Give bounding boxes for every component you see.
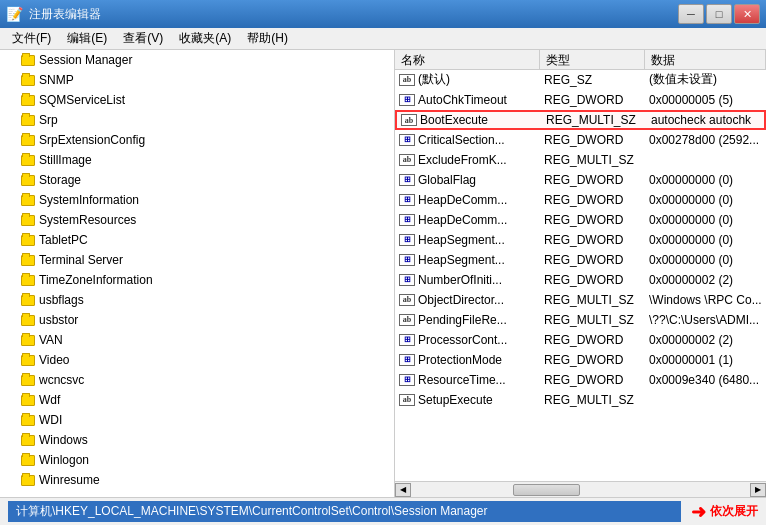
app-title: 注册表编辑器 bbox=[29, 6, 101, 23]
h-scroll-right[interactable]: ▶ bbox=[750, 483, 766, 497]
detail-row[interactable]: ⊞HeapDeComm...REG_DWORD0x00000000 (0) bbox=[395, 210, 766, 230]
detail-row[interactable]: ⊞HeapDeComm...REG_DWORD0x00000000 (0) bbox=[395, 190, 766, 210]
tree-item[interactable]: StillImage bbox=[0, 150, 394, 170]
tree-item[interactable]: SrpExtensionConfig bbox=[0, 130, 394, 150]
title-bar-controls: ─ □ ✕ bbox=[678, 4, 760, 24]
detail-row[interactable]: ⊞AutoChkTimeoutREG_DWORD0x00000005 (5) bbox=[395, 90, 766, 110]
detail-cell-name: abObjectDirector... bbox=[395, 292, 540, 308]
close-button[interactable]: ✕ bbox=[734, 4, 760, 24]
detail-row[interactable]: ⊞GlobalFlagREG_DWORD0x00000000 (0) bbox=[395, 170, 766, 190]
minimize-button[interactable]: ─ bbox=[678, 4, 704, 24]
tree-item[interactable]: Video bbox=[0, 350, 394, 370]
menu-favorites[interactable]: 收藏夹(A) bbox=[171, 28, 239, 49]
menu-view[interactable]: 查看(V) bbox=[115, 28, 171, 49]
detail-row[interactable]: ⊞HeapSegment...REG_DWORD0x00000000 (0) bbox=[395, 250, 766, 270]
detail-cell-type: REG_DWORD bbox=[540, 272, 645, 288]
detail-row[interactable]: ab(默认)REG_SZ(数值未设置) bbox=[395, 70, 766, 90]
detail-row[interactable]: ⊞ProtectionModeREG_DWORD0x00000001 (1) bbox=[395, 350, 766, 370]
reg-string-icon: ab bbox=[399, 154, 415, 166]
menu-bar: 文件(F) 编辑(E) 查看(V) 收藏夹(A) 帮助(H) bbox=[0, 28, 766, 50]
title-bar-left: 📝 注册表编辑器 bbox=[6, 6, 101, 23]
tree-item[interactable]: Srp bbox=[0, 110, 394, 130]
detail-row[interactable]: abPendingFileRe...REG_MULTI_SZ\??\C:\Use… bbox=[395, 310, 766, 330]
tree-item[interactable]: Winresume bbox=[0, 470, 394, 490]
detail-row[interactable]: abExcludeFromK...REG_MULTI_SZ bbox=[395, 150, 766, 170]
detail-cell-type: REG_DWORD bbox=[540, 352, 645, 368]
tree-item[interactable]: SQMServiceList bbox=[0, 90, 394, 110]
tree-item-label: Terminal Server bbox=[39, 253, 123, 267]
folder-icon bbox=[20, 93, 36, 107]
tree-item[interactable]: wcncsvc bbox=[0, 370, 394, 390]
detail-cell-data: (数值未设置) bbox=[645, 70, 766, 89]
detail-row[interactable]: ⊞HeapSegment...REG_DWORD0x00000000 (0) bbox=[395, 230, 766, 250]
tree-item[interactable]: usbflags bbox=[0, 290, 394, 310]
menu-file[interactable]: 文件(F) bbox=[4, 28, 59, 49]
folder-icon bbox=[20, 153, 36, 167]
detail-cell-data: autocheck autochk bbox=[647, 112, 764, 128]
folder-icon bbox=[20, 433, 36, 447]
tree-item-label: wcncsvc bbox=[39, 373, 84, 387]
tree-pane: Session ManagerSNMPSQMServiceListSrpSrpE… bbox=[0, 50, 395, 497]
tree-item[interactable]: WDI bbox=[0, 410, 394, 430]
detail-rows[interactable]: ab(默认)REG_SZ(数值未设置)⊞AutoChkTimeoutREG_DW… bbox=[395, 70, 766, 497]
detail-cell-name: ⊞HeapSegment... bbox=[395, 252, 540, 268]
folder-icon bbox=[20, 353, 36, 367]
detail-row[interactable]: ⊞ProcessorCont...REG_DWORD0x00000002 (2) bbox=[395, 330, 766, 350]
col-header-name: 名称 bbox=[395, 50, 540, 69]
detail-row[interactable]: abObjectDirector...REG_MULTI_SZ\Windows … bbox=[395, 290, 766, 310]
tree-item[interactable]: Storage bbox=[0, 170, 394, 190]
tree-item-label: SystemInformation bbox=[39, 193, 139, 207]
tree-item[interactable]: VAN bbox=[0, 330, 394, 350]
detail-cell-data: 0x00000001 (1) bbox=[645, 352, 766, 368]
detail-cell-data: 0x0009e340 (6480... bbox=[645, 372, 766, 388]
menu-help[interactable]: 帮助(H) bbox=[239, 28, 296, 49]
reg-name: ObjectDirector... bbox=[418, 293, 504, 307]
detail-cell-data: 0x00000000 (0) bbox=[645, 232, 766, 248]
h-scroll-thumb[interactable] bbox=[513, 484, 581, 496]
tree-item[interactable]: usbstor bbox=[0, 310, 394, 330]
tree-item[interactable]: Terminal Server bbox=[0, 250, 394, 270]
title-bar: 📝 注册表编辑器 ─ □ ✕ bbox=[0, 0, 766, 28]
detail-cell-name: abSetupExecute bbox=[395, 392, 540, 408]
h-scrollbar[interactable]: ◀ ▶ bbox=[395, 481, 766, 497]
detail-row[interactable]: abBootExecuteREG_MULTI_SZautocheck autoc… bbox=[395, 110, 766, 130]
reg-dword-icon: ⊞ bbox=[399, 214, 415, 226]
detail-cell-type: REG_MULTI_SZ bbox=[540, 292, 645, 308]
reg-name: ProcessorCont... bbox=[418, 333, 507, 347]
h-scroll-track[interactable] bbox=[411, 483, 750, 497]
h-scroll-left[interactable]: ◀ bbox=[395, 483, 411, 497]
tree-item[interactable]: Windows bbox=[0, 430, 394, 450]
tree-scroll[interactable]: Session ManagerSNMPSQMServiceListSrpSrpE… bbox=[0, 50, 394, 497]
tree-item[interactable]: Winlogon bbox=[0, 450, 394, 470]
detail-header: 名称 类型 数据 bbox=[395, 50, 766, 70]
folder-icon bbox=[20, 253, 36, 267]
tree-item-label: usbflags bbox=[39, 293, 84, 307]
reg-name: ExcludeFromK... bbox=[418, 153, 507, 167]
app-icon: 📝 bbox=[6, 6, 23, 22]
detail-row[interactable]: ⊞CriticalSection...REG_DWORD0x00278d00 (… bbox=[395, 130, 766, 150]
tree-item[interactable]: SNMP bbox=[0, 70, 394, 90]
folder-icon bbox=[20, 193, 36, 207]
tree-item-label: WDI bbox=[39, 413, 62, 427]
menu-edit[interactable]: 编辑(E) bbox=[59, 28, 115, 49]
tree-item[interactable]: Wdf bbox=[0, 390, 394, 410]
detail-row[interactable]: abSetupExecuteREG_MULTI_SZ bbox=[395, 390, 766, 410]
tree-item[interactable]: TabletPC bbox=[0, 230, 394, 250]
detail-row[interactable]: ⊞ResourceTime...REG_DWORD0x0009e340 (648… bbox=[395, 370, 766, 390]
detail-cell-type: REG_DWORD bbox=[540, 232, 645, 248]
detail-cell-name: ⊞HeapDeComm... bbox=[395, 192, 540, 208]
tree-item[interactable]: SystemInformation bbox=[0, 190, 394, 210]
maximize-button[interactable]: □ bbox=[706, 4, 732, 24]
tree-item[interactable]: TimeZoneInformation bbox=[0, 270, 394, 290]
detail-cell-data: \Windows \RPC Co... bbox=[645, 292, 766, 308]
col-header-type: 类型 bbox=[540, 50, 645, 69]
detail-cell-data: \??\C:\Users\ADMI... bbox=[645, 312, 766, 328]
reg-dword-icon: ⊞ bbox=[399, 274, 415, 286]
tree-item[interactable]: Session Manager bbox=[0, 50, 394, 70]
reg-string-icon: ab bbox=[399, 294, 415, 306]
tree-item[interactable]: SystemResources bbox=[0, 210, 394, 230]
detail-cell-type: REG_DWORD bbox=[540, 332, 645, 348]
detail-cell-name: ⊞ResourceTime... bbox=[395, 372, 540, 388]
folder-icon bbox=[20, 213, 36, 227]
detail-row[interactable]: ⊞NumberOfIniti...REG_DWORD0x00000002 (2) bbox=[395, 270, 766, 290]
